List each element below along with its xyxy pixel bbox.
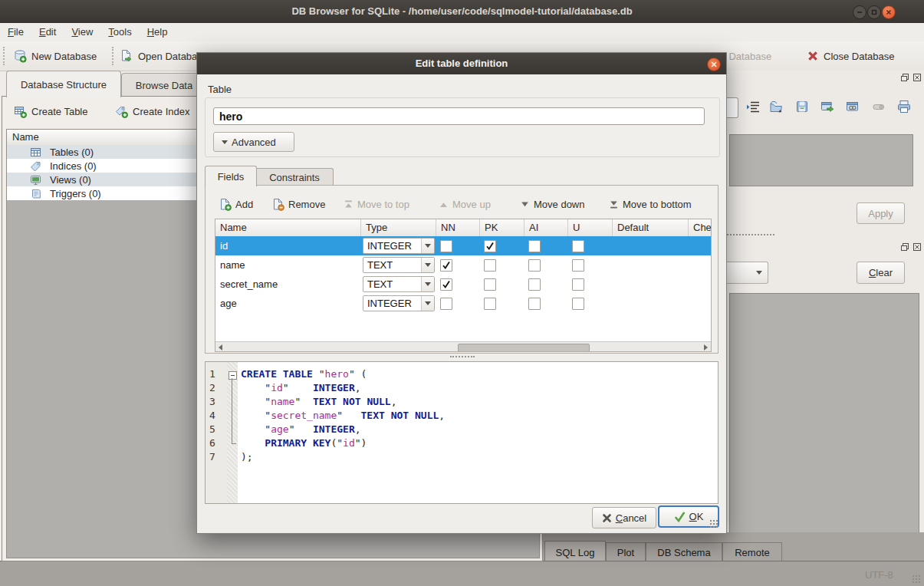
ai-checkbox[interactable] (528, 278, 541, 291)
line-number: 2 (209, 381, 215, 395)
field-row-secret_name[interactable]: secret_nameTEXT (215, 275, 711, 294)
remove-icon (271, 198, 284, 211)
open-file-icon[interactable] (768, 99, 784, 114)
save-file-icon[interactable] (794, 99, 810, 114)
add-button[interactable]: Add (219, 194, 253, 214)
nn-checkbox[interactable] (440, 240, 452, 252)
tab-fields[interactable]: Fields (205, 166, 257, 186)
dock-close-icon[interactable] (912, 73, 922, 82)
new-database-button[interactable]: New Database (13, 45, 97, 67)
u-checkbox[interactable] (572, 298, 584, 310)
scroll-right-icon[interactable] (704, 344, 708, 351)
type-combo[interactable]: INTEGER (363, 238, 435, 254)
format-icon[interactable] (745, 99, 761, 114)
sql-log-area[interactable] (729, 293, 919, 534)
tab-database-structure[interactable]: Database Structure (6, 71, 121, 97)
remove-button[interactable]: Remove (271, 194, 325, 214)
close-button[interactable] (882, 5, 896, 19)
nn-checkbox[interactable] (440, 298, 452, 310)
u-checkbox[interactable] (572, 259, 584, 272)
column-header-ai[interactable]: AI (524, 219, 568, 236)
column-header-type[interactable]: Type (361, 219, 436, 236)
pk-checkbox[interactable] (484, 240, 496, 252)
table-name-input[interactable] (213, 107, 705, 125)
dialog-splitter-handle[interactable] (450, 356, 475, 357)
column-header-default[interactable]: Default (613, 219, 689, 236)
field-name-cell[interactable]: secret_name (220, 278, 278, 290)
dialog-resize-grip[interactable] (709, 519, 718, 528)
u-checkbox[interactable] (572, 240, 584, 252)
scroll-left-icon[interactable] (219, 344, 222, 351)
u-checkbox[interactable] (572, 278, 584, 291)
dialog-titlebar[interactable]: Edit table definition ✕ (197, 53, 726, 74)
fold-collapse-icon[interactable] (229, 371, 237, 380)
create-table-button[interactable]: Create Table (14, 101, 87, 121)
open-database-button[interactable]: Open Database (120, 45, 208, 67)
advanced-button[interactable]: Advanced (213, 132, 294, 152)
field-row-id[interactable]: idINTEGER (215, 236, 711, 255)
move-down-button[interactable]: Move down (520, 194, 584, 214)
field-name-cell[interactable]: id (220, 240, 228, 252)
toolbar-field-fragment[interactable] (727, 97, 738, 118)
toolbar-grip[interactable] (3, 47, 8, 65)
dock-close-icon[interactable] (912, 242, 922, 252)
bottom-tab-plot[interactable]: Plot (606, 542, 646, 563)
sql-preview[interactable]: 1234567 CREATE TABLE "hero" ( "id" INTEG… (205, 361, 718, 504)
link-window-icon[interactable] (845, 99, 860, 114)
ai-checkbox[interactable] (528, 240, 541, 252)
bottom-tab-db-schema[interactable]: DB Schema (646, 542, 722, 563)
create-index-button[interactable]: Create Index (115, 101, 189, 121)
sql-line: "name" TEXT NOT NULL, (241, 395, 397, 409)
print-icon[interactable] (896, 99, 912, 114)
maximize-button[interactable] (867, 5, 881, 19)
sql-line: PRIMARY KEY("id") (241, 436, 367, 450)
scrollbar-thumb[interactable] (458, 344, 590, 352)
dock-splitter-handle[interactable] (727, 234, 774, 235)
window-titlebar[interactable]: DB Browser for SQLite - /home/user/code/… (0, 0, 924, 23)
type-combo[interactable]: TEXT (363, 276, 435, 292)
column-header-nn[interactable]: NN (436, 219, 480, 236)
field-name-cell[interactable]: name (220, 259, 245, 271)
chevron-down-icon (421, 239, 434, 253)
bottom-tab-remote[interactable]: Remote (722, 542, 782, 563)
nn-checkbox[interactable] (440, 278, 452, 291)
menu-item-tools[interactable]: Tools (100, 23, 139, 41)
create-table-icon (14, 105, 27, 118)
minimize-button[interactable] (853, 5, 866, 19)
export-window-icon[interactable] (820, 99, 835, 114)
toolbar-grip[interactable] (112, 47, 117, 65)
menu-item-file[interactable]: File (0, 23, 31, 41)
tab-constraints[interactable]: Constraints (255, 168, 334, 186)
field-row-name[interactable]: nameTEXT (215, 255, 711, 275)
menu-item-view[interactable]: View (64, 23, 100, 41)
type-combo[interactable]: INTEGER (363, 295, 435, 311)
grid-hscrollbar[interactable] (215, 341, 711, 352)
ai-checkbox[interactable] (528, 259, 541, 272)
field-row-age[interactable]: ageINTEGER (215, 294, 711, 313)
pk-checkbox[interactable] (484, 298, 496, 310)
pk-checkbox[interactable] (484, 278, 496, 291)
field-name-cell[interactable]: age (220, 298, 237, 309)
cell-editor-area[interactable] (729, 134, 913, 186)
nn-checkbox[interactable] (440, 259, 452, 272)
column-header-pk[interactable]: PK (480, 219, 524, 236)
clear-log-button[interactable]: Clear (857, 262, 905, 284)
tab-browse-data[interactable]: Browse Data (121, 73, 207, 97)
dialog-close-button[interactable]: ✕ (707, 58, 721, 71)
column-header-name[interactable]: Name (215, 219, 361, 236)
column-header-check[interactable]: Check (689, 219, 712, 236)
menu-item-edit[interactable]: Edit (31, 23, 64, 41)
log-filter-dropdown[interactable] (727, 262, 768, 284)
cancel-button[interactable]: Cancel (592, 507, 656, 528)
type-combo[interactable]: TEXT (363, 257, 435, 273)
close-database-button[interactable]: Close Database (807, 45, 895, 67)
pk-checkbox[interactable] (484, 259, 496, 272)
dock-float-icon[interactable] (900, 242, 909, 252)
menu-item-help[interactable]: Help (140, 23, 176, 41)
null-icon[interactable] (871, 99, 886, 114)
window-resize-grip[interactable] (912, 574, 921, 584)
move-to-bottom-button[interactable]: Move to bottom (609, 194, 692, 214)
dock-float-icon[interactable] (900, 73, 909, 82)
column-header-u[interactable]: U (568, 219, 613, 236)
ai-checkbox[interactable] (528, 298, 541, 310)
